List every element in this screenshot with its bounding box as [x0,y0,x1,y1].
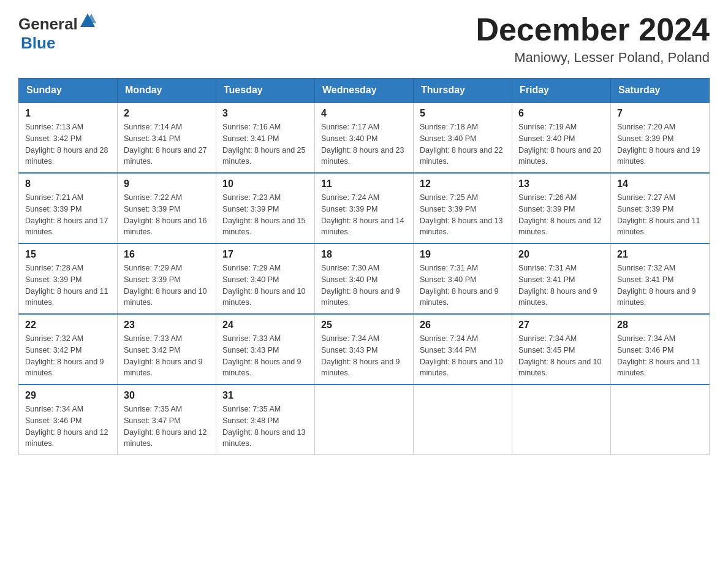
day-number: 26 [420,320,506,331]
calendar-week-row: 15 Sunrise: 7:28 AM Sunset: 3:39 PM Dayl… [19,243,710,314]
day-info: Sunrise: 7:33 AM Sunset: 3:43 PM Dayligh… [222,333,308,379]
day-number: 20 [518,249,604,260]
day-info: Sunrise: 7:24 AM Sunset: 3:39 PM Dayligh… [321,192,407,238]
day-number: 24 [222,320,308,331]
day-info: Sunrise: 7:35 AM Sunset: 3:47 PM Dayligh… [124,404,210,450]
table-row: 19 Sunrise: 7:31 AM Sunset: 3:40 PM Dayl… [414,243,512,314]
logo-wordmark: General Blue [18,12,96,53]
header-wednesday: Wednesday [315,79,414,103]
day-info: Sunrise: 7:34 AM Sunset: 3:44 PM Dayligh… [420,333,506,379]
day-number: 11 [321,178,407,190]
logo-text-blue: Blue [21,34,55,52]
day-info: Sunrise: 7:20 AM Sunset: 3:39 PM Dayligh… [617,121,703,167]
day-number: 9 [124,178,210,190]
day-info: Sunrise: 7:22 AM Sunset: 3:39 PM Dayligh… [124,192,210,238]
header-monday: Monday [118,79,216,103]
table-row: 31 Sunrise: 7:35 AM Sunset: 3:48 PM Dayl… [216,385,315,455]
day-number: 25 [321,320,407,331]
table-row: 25 Sunrise: 7:34 AM Sunset: 3:43 PM Dayl… [315,314,414,385]
table-row: 18 Sunrise: 7:30 AM Sunset: 3:40 PM Dayl… [315,243,414,314]
table-row: 14 Sunrise: 7:27 AM Sunset: 3:39 PM Dayl… [611,173,710,243]
table-row: 9 Sunrise: 7:22 AM Sunset: 3:39 PM Dayli… [118,173,216,243]
table-row: 5 Sunrise: 7:18 AM Sunset: 3:40 PM Dayli… [414,102,512,173]
day-info: Sunrise: 7:26 AM Sunset: 3:39 PM Dayligh… [518,192,604,238]
day-number: 15 [25,249,111,260]
day-info: Sunrise: 7:31 AM Sunset: 3:41 PM Dayligh… [518,262,604,308]
day-number: 21 [617,249,703,260]
table-row: 15 Sunrise: 7:28 AM Sunset: 3:39 PM Dayl… [19,243,118,314]
table-row [414,385,512,455]
table-row: 10 Sunrise: 7:23 AM Sunset: 3:39 PM Dayl… [216,173,315,243]
table-row: 26 Sunrise: 7:34 AM Sunset: 3:44 PM Dayl… [414,314,512,385]
table-row: 17 Sunrise: 7:29 AM Sunset: 3:40 PM Dayl… [216,243,315,314]
day-info: Sunrise: 7:23 AM Sunset: 3:39 PM Dayligh… [222,192,308,238]
header-saturday: Saturday [611,79,710,103]
title-area: December 2024 Maniowy, Lesser Poland, Po… [476,12,710,66]
table-row: 28 Sunrise: 7:34 AM Sunset: 3:46 PM Dayl… [611,314,710,385]
day-info: Sunrise: 7:32 AM Sunset: 3:41 PM Dayligh… [617,262,703,308]
day-info: Sunrise: 7:32 AM Sunset: 3:42 PM Dayligh… [25,333,111,379]
day-number: 13 [518,178,604,190]
table-row: 20 Sunrise: 7:31 AM Sunset: 3:41 PM Dayl… [512,243,611,314]
table-row: 6 Sunrise: 7:19 AM Sunset: 3:40 PM Dayli… [512,102,611,173]
table-row: 2 Sunrise: 7:14 AM Sunset: 3:41 PM Dayli… [118,102,216,173]
header-friday: Friday [512,79,611,103]
day-info: Sunrise: 7:30 AM Sunset: 3:40 PM Dayligh… [321,262,407,308]
table-row: 13 Sunrise: 7:26 AM Sunset: 3:39 PM Dayl… [512,173,611,243]
day-info: Sunrise: 7:35 AM Sunset: 3:48 PM Dayligh… [222,404,308,450]
day-number: 3 [222,108,308,119]
day-info: Sunrise: 7:31 AM Sunset: 3:40 PM Dayligh… [420,262,506,308]
day-info: Sunrise: 7:29 AM Sunset: 3:40 PM Dayligh… [222,262,308,308]
table-row: 12 Sunrise: 7:25 AM Sunset: 3:39 PM Dayl… [414,173,512,243]
day-number: 27 [518,320,604,331]
day-info: Sunrise: 7:21 AM Sunset: 3:39 PM Dayligh… [25,192,111,238]
day-number: 1 [25,108,111,119]
day-info: Sunrise: 7:14 AM Sunset: 3:41 PM Dayligh… [124,121,210,167]
table-row: 30 Sunrise: 7:35 AM Sunset: 3:47 PM Dayl… [118,385,216,455]
table-row: 8 Sunrise: 7:21 AM Sunset: 3:39 PM Dayli… [19,173,118,243]
day-info: Sunrise: 7:27 AM Sunset: 3:39 PM Dayligh… [617,192,703,238]
logo-triangle-icon [79,12,96,29]
calendar-week-row: 22 Sunrise: 7:32 AM Sunset: 3:42 PM Dayl… [19,314,710,385]
day-number: 6 [518,108,604,119]
day-info: Sunrise: 7:16 AM Sunset: 3:41 PM Dayligh… [222,121,308,167]
day-info: Sunrise: 7:34 AM Sunset: 3:45 PM Dayligh… [518,333,604,379]
day-info: Sunrise: 7:33 AM Sunset: 3:42 PM Dayligh… [124,333,210,379]
day-number: 19 [420,249,506,260]
day-info: Sunrise: 7:34 AM Sunset: 3:43 PM Dayligh… [321,333,407,379]
day-number: 28 [617,320,703,331]
page-header: General Blue December 2024 Maniowy, Less… [18,12,710,66]
day-number: 14 [617,178,703,190]
day-number: 2 [124,108,210,119]
day-number: 31 [222,390,308,401]
header-thursday: Thursday [414,79,512,103]
day-number: 10 [222,178,308,190]
day-info: Sunrise: 7:18 AM Sunset: 3:40 PM Dayligh… [420,121,506,167]
location-title: Maniowy, Lesser Poland, Poland [476,50,710,66]
day-info: Sunrise: 7:28 AM Sunset: 3:39 PM Dayligh… [25,262,111,308]
day-info: Sunrise: 7:13 AM Sunset: 3:42 PM Dayligh… [25,121,111,167]
day-info: Sunrise: 7:34 AM Sunset: 3:46 PM Dayligh… [617,333,703,379]
table-row: 24 Sunrise: 7:33 AM Sunset: 3:43 PM Dayl… [216,314,315,385]
day-info: Sunrise: 7:34 AM Sunset: 3:46 PM Dayligh… [25,404,111,450]
table-row: 3 Sunrise: 7:16 AM Sunset: 3:41 PM Dayli… [216,102,315,173]
table-row: 27 Sunrise: 7:34 AM Sunset: 3:45 PM Dayl… [512,314,611,385]
day-number: 22 [25,320,111,331]
calendar-week-row: 1 Sunrise: 7:13 AM Sunset: 3:42 PM Dayli… [19,102,710,173]
table-row: 7 Sunrise: 7:20 AM Sunset: 3:39 PM Dayli… [611,102,710,173]
day-number: 5 [420,108,506,119]
table-row: 22 Sunrise: 7:32 AM Sunset: 3:42 PM Dayl… [19,314,118,385]
day-info: Sunrise: 7:29 AM Sunset: 3:39 PM Dayligh… [124,262,210,308]
day-info: Sunrise: 7:25 AM Sunset: 3:39 PM Dayligh… [420,192,506,238]
table-row: 23 Sunrise: 7:33 AM Sunset: 3:42 PM Dayl… [118,314,216,385]
table-row: 29 Sunrise: 7:34 AM Sunset: 3:46 PM Dayl… [19,385,118,455]
table-row: 11 Sunrise: 7:24 AM Sunset: 3:39 PM Dayl… [315,173,414,243]
day-number: 16 [124,249,210,260]
day-number: 17 [222,249,308,260]
header-sunday: Sunday [19,79,118,103]
table-row: 21 Sunrise: 7:32 AM Sunset: 3:41 PM Dayl… [611,243,710,314]
calendar-header-row: Sunday Monday Tuesday Wednesday Thursday… [19,79,710,103]
day-number: 8 [25,178,111,190]
table-row [611,385,710,455]
table-row: 1 Sunrise: 7:13 AM Sunset: 3:42 PM Dayli… [19,102,118,173]
